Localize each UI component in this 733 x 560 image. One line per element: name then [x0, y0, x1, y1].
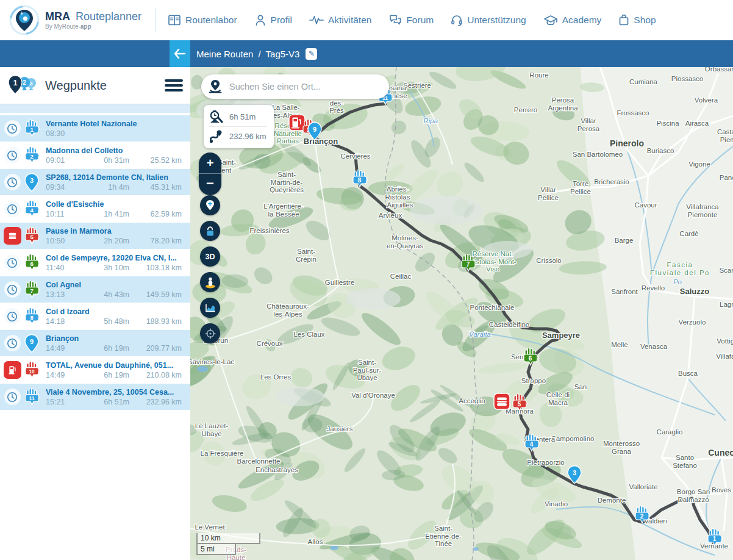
map-label: Jausiers: [327, 425, 353, 433]
map-label: Stroppo: [521, 377, 546, 384]
edit-route-name-button[interactable]: ✎: [306, 48, 317, 60]
add-waypoint-button[interactable]: [200, 195, 220, 215]
waypoint-clock-icon[interactable]: [4, 281, 21, 298]
lock-map-button[interactable]: [200, 221, 220, 241]
waypoint-marker-icon: 9: [21, 334, 42, 353]
map-label: Saint-Crépin: [296, 248, 316, 263]
nav-item-shop[interactable]: Shop: [618, 14, 656, 26]
map-label: Demonte: [598, 497, 626, 504]
map-label: Busca: [678, 370, 698, 377]
waypoint-duration: 1h 41m: [95, 210, 129, 218]
map-label: Casteldelfino: [489, 321, 529, 328]
waypoint-row-3[interactable]: 3 SP268, 12014 Demonte CN, Italien 09:34…: [0, 169, 190, 195]
breadcrumb-current: Tag5-V3: [266, 49, 300, 59]
headset-icon: [451, 14, 463, 26]
nav-item-academy[interactable]: Academy: [543, 15, 602, 26]
waypoint-clock-icon[interactable]: [4, 308, 21, 325]
compass-button[interactable]: [200, 323, 220, 343]
waypoint-title: Madonna del Colletto: [46, 146, 187, 155]
map-label: Arvieux: [379, 212, 402, 219]
svg-text:4: 4: [30, 207, 34, 214]
waypoint-clock-icon[interactable]: [4, 335, 21, 351]
waypoint-row-11[interactable]: 11 Viale 4 Novembre, 25, 10054 Cesa... 1…: [0, 384, 190, 410]
waypoint-clock-icon[interactable]: [4, 120, 21, 137]
waypoint-title: Col Agnel: [46, 281, 187, 289]
waypoint-burger-icon[interactable]: [4, 227, 21, 245]
waypoint-time: 15:21: [46, 398, 95, 406]
map-label: Cervières: [340, 153, 370, 160]
waypoint-time: 08:30: [46, 129, 95, 138]
svg-text:3: 3: [29, 81, 32, 87]
zoom-in-button[interactable]: +: [199, 153, 221, 174]
map-label: Sanfront: [611, 288, 638, 295]
waypoint-clock-icon[interactable]: [4, 174, 21, 190]
waypoint-row-2[interactable]: 2 Madonna del Colletto 09:01 0h 31m 25.5…: [0, 142, 190, 168]
svg-text:9: 9: [313, 126, 316, 133]
elevation-chart-button[interactable]: [200, 298, 220, 318]
waypoint-clock-icon[interactable]: [4, 254, 21, 271]
nav-item-aktivitten[interactable]: Aktivitäten: [309, 15, 372, 26]
lock-icon: [205, 226, 215, 237]
waypoint-clock-icon[interactable]: [4, 147, 21, 163]
map-label: CastagnolePiemonte: [717, 128, 733, 143]
waypoint-marker-icon: 7: [21, 279, 42, 300]
map-label: Crissolo: [536, 257, 562, 264]
waypoint-row-4[interactable]: 4 Colle d'Esischie 10:11 1h 41m 62.59 km: [0, 196, 190, 222]
scale-km: 10 km: [196, 533, 260, 544]
street-view-button[interactable]: [200, 272, 220, 292]
map-label: Barge: [615, 237, 634, 244]
svg-text:9: 9: [30, 337, 34, 345]
map-label: Piscina: [656, 120, 679, 127]
route-duration: 6h 51m: [229, 112, 256, 121]
map-label: Perrero: [514, 106, 537, 113]
sidebar-menu-button[interactable]: [165, 77, 183, 94]
waypoint-marker-icon: 11: [21, 387, 42, 407]
nav-item-untersttzung[interactable]: Unterstützung: [451, 14, 526, 26]
map-label: San: [574, 383, 587, 390]
nav-item-forum[interactable]: Forum: [388, 14, 434, 26]
waypoint-clock-icon[interactable]: [4, 389, 21, 405]
breadcrumb-parent[interactable]: Meine Routen: [196, 49, 253, 59]
map-label: Pontechianale: [470, 304, 515, 311]
map-label: Celle diMacra: [546, 391, 570, 406]
map-label: Vottignasco: [717, 337, 733, 345]
waypoint-time: 10:50: [46, 237, 95, 245]
map-label: Les Claux: [293, 331, 324, 338]
waypoint-title: Pause in Marmora: [46, 227, 187, 235]
distance-icon: [209, 129, 224, 144]
poi-fuel-marker[interactable]: [289, 115, 305, 131]
map-label: Savines-le-Lac: [190, 358, 234, 365]
search-input[interactable]: [228, 81, 383, 92]
waypoint-row-8[interactable]: 8 Col d Izoard 14:18 5h 48m 188.93 km: [0, 303, 190, 329]
waypoint-row-6[interactable]: 6 Col de Sempeyre, 12020 Elva CN, I... 1…: [0, 249, 190, 276]
waypoint-fuel-icon[interactable]: [4, 361, 21, 379]
waypoint-title: Viale 4 Novembre, 25, 10054 Cesa...: [46, 388, 187, 397]
svg-text:3: 3: [30, 176, 34, 184]
nav-item-routenlabor[interactable]: Routenlabor: [168, 14, 237, 26]
waypoint-row-9[interactable]: 9 Briançon 14:49 6h 19m 209.77 km: [0, 330, 190, 356]
map-canvas[interactable]: RoureCumianaPiossascoOrbassanoPerreroPer…: [190, 67, 733, 560]
search-location-icon: [207, 79, 223, 95]
poi-burger-marker[interactable]: [494, 393, 510, 409]
back-button[interactable]: [170, 40, 190, 67]
waypoint-row-1[interactable]: 1 Vernante Hotel Nazionale 08:30: [0, 115, 190, 142]
view-3d-button[interactable]: 3D: [200, 246, 220, 267]
nav-item-profil[interactable]: Profil: [254, 14, 292, 26]
waypoint-row-5[interactable]: 5 Pause in Marmora 10:50 2h 20m 78.20 km: [0, 223, 190, 249]
zoom-out-button[interactable]: −: [199, 174, 221, 195]
map-label: La Fresquière: [201, 450, 244, 457]
person-icon: [254, 14, 266, 26]
waypoint-clock-icon[interactable]: [4, 201, 21, 217]
app-logo[interactable]: + MRA Routeplanner By MyRoute-app: [9, 4, 141, 36]
waypoint-row-10[interactable]: 10 TOTAL, Avenue du Dauphiné, 051... 14:…: [0, 357, 190, 383]
map-label: Borgo SanDalmazzo: [677, 488, 710, 503]
waypoint-row-7[interactable]: 7 Col Agnel 13:13 4h 43m 149.59 km: [0, 276, 190, 303]
svg-text:1: 1: [713, 536, 717, 542]
svg-text:8: 8: [30, 314, 34, 321]
breadcrumb-separator: /: [258, 49, 260, 59]
nav-menu: RoutenlaborProfilAktivitätenForumUnterst…: [168, 14, 656, 26]
map-label: Crévoux: [257, 340, 283, 347]
waypoint-title: Col d Izoard: [46, 307, 187, 316]
waypoint-marker-icon: 1: [21, 118, 42, 138]
svg-text:5: 5: [30, 234, 34, 240]
